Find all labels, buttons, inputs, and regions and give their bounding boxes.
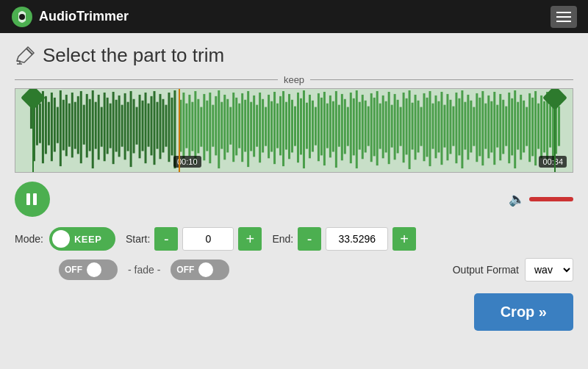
end-group: End: - + [272,227,416,251]
fade-right-toggle[interactable]: OFF [171,259,229,280]
svg-rect-40 [133,99,135,154]
svg-rect-145 [443,105,445,148]
svg-rect-37 [124,93,126,160]
svg-rect-122 [376,91,379,165]
svg-rect-60 [194,91,196,165]
svg-rect-86 [270,101,273,152]
fade-left-toggle[interactable]: OFF [59,259,118,280]
svg-rect-108 [335,91,337,168]
svg-rect-130 [400,107,402,146]
keep-line-right [310,79,573,80]
hamburger-button[interactable] [551,6,577,28]
start-minus-button[interactable]: - [154,227,178,251]
svg-rect-70 [223,95,226,160]
svg-rect-140 [429,91,431,166]
svg-rect-151 [461,90,463,168]
keep-line-left [15,79,278,80]
svg-rect-87 [273,92,276,164]
svg-rect-48 [156,102,158,149]
svg-rect-78 [247,91,249,167]
svg-rect-100 [312,101,314,152]
svg-rect-148 [452,107,454,146]
svg-rect-80 [253,96,255,157]
trim-handle-left[interactable] [24,89,42,173]
toggle-circle [52,230,70,248]
svg-rect-117 [362,95,364,159]
svg-rect-41 [136,107,138,145]
fade-right-state: OFF [176,265,194,275]
volume-slider[interactable] [529,197,573,201]
svg-rect-16 [62,100,65,151]
start-group: Start: - + [126,227,262,251]
svg-rect-121 [373,98,376,157]
svg-rect-59 [191,102,193,151]
svg-rect-58 [188,95,190,157]
mode-group: Mode: KEEP [15,227,115,251]
main-content: Select the part to trim keep [0,33,588,342]
svg-rect-46 [151,96,153,156]
waveform-container[interactable]: 00:10 00:34 [15,88,573,173]
svg-rect-127 [391,105,393,148]
end-plus-button[interactable]: + [392,227,416,251]
svg-rect-116 [359,102,361,150]
hamburger-line [556,21,571,22]
hamburger-line [556,16,571,18]
title-row: Select the part to trim [15,44,573,67]
svg-rect-164 [499,94,501,160]
start-input[interactable] [182,227,234,251]
fade-separator: - fade - [128,264,160,276]
svg-rect-92 [288,94,290,159]
start-label: Start: [126,233,150,245]
svg-rect-133 [409,90,411,169]
svg-rect-157 [478,98,481,157]
svg-rect-155 [473,107,475,146]
svg-rect-125 [385,101,387,153]
handle-diamond-left [21,88,46,110]
svg-rect-104 [323,92,326,165]
mode-label: Mode: [15,233,43,245]
end-label: End: [272,233,293,245]
svg-rect-30 [104,93,106,161]
logo-area: AudioTrimmer [11,6,129,28]
crop-button[interactable]: Crop » [474,293,573,331]
svg-rect-167 [508,93,510,163]
svg-rect-24 [86,94,88,157]
svg-rect-135 [415,95,417,160]
svg-rect-159 [484,104,487,149]
svg-rect-13 [54,98,56,152]
svg-rect-158 [481,91,484,165]
svg-rect-132 [406,98,408,155]
svg-rect-170 [517,102,519,150]
svg-rect-93 [291,100,293,153]
svg-rect-162 [493,92,495,165]
output-label: Output Format [453,264,519,276]
mode-toggle[interactable]: KEEP [49,227,115,251]
playhead [179,89,180,172]
svg-rect-44 [145,93,147,163]
svg-rect-84 [265,107,267,146]
svg-rect-168 [511,98,513,156]
svg-rect-34 [115,100,118,152]
svg-rect-51 [165,105,167,147]
trim-handle-right[interactable] [546,89,564,173]
play-pause-button[interactable] [15,182,50,217]
svg-rect-142 [434,96,437,158]
end-minus-button[interactable]: - [298,227,321,251]
end-input[interactable] [326,227,388,251]
svg-rect-52 [168,93,170,162]
svg-rect-141 [432,104,434,149]
svg-rect-150 [458,98,460,156]
svg-rect-126 [388,92,390,164]
volume-icon: 🔈 [509,191,525,207]
pause-bar-left [26,193,30,205]
svg-rect-12 [51,93,53,161]
svg-rect-119 [368,107,370,146]
svg-rect-29 [101,107,103,147]
svg-rect-25 [89,99,91,151]
svg-rect-19 [71,93,74,157]
svg-rect-49 [159,94,161,159]
output-group: Output Format wav mp3 ogg m4a [453,258,573,282]
format-select[interactable]: wav mp3 ogg m4a [525,258,573,282]
start-plus-button[interactable]: + [238,227,262,251]
svg-rect-103 [320,98,323,156]
